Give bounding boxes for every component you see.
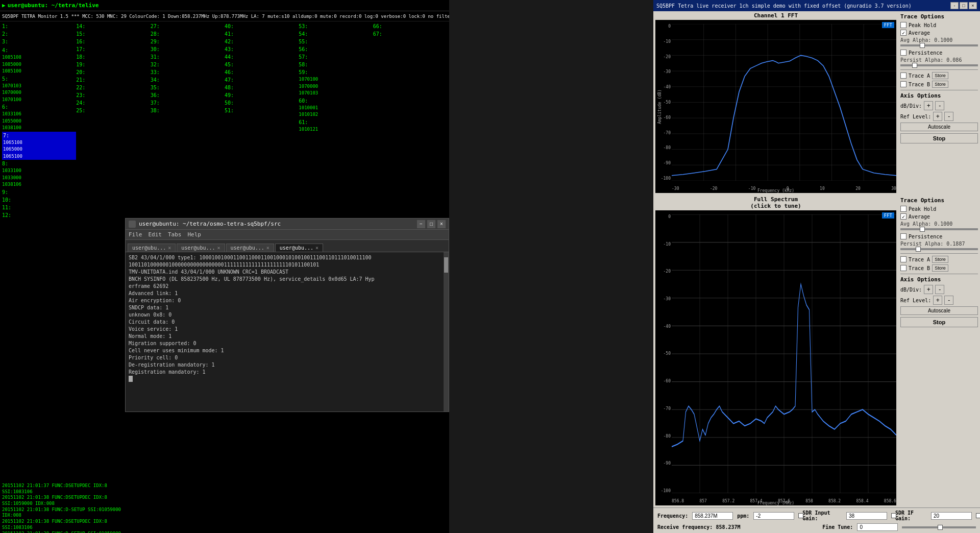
- x-label: 857.2: [722, 499, 734, 503]
- status-text: SQ5BPF TETRA Monitor 1.5 *** MCC: 530 MN…: [2, 14, 449, 19]
- trace-a-checkbox-bottom[interactable]: [900, 256, 906, 262]
- trace-b-label-top: Trace B: [909, 82, 930, 87]
- sdr-if-gain-input[interactable]: [931, 512, 972, 520]
- autoscale-button-bottom[interactable]: Autoscale: [900, 306, 978, 315]
- reflevel-plus-top[interactable]: +: [933, 112, 942, 121]
- average-checkbox-top[interactable]: [900, 30, 906, 36]
- persist-thumb-top[interactable]: [912, 63, 917, 68]
- bottom-title-line1: Full Spectrum: [754, 196, 798, 203]
- row-label: 4:: [2, 46, 76, 54]
- control-row-2: Receive frequency: 858.237M Fine Tune:: [657, 523, 976, 531]
- menu-file[interactable]: File: [129, 231, 142, 238]
- persistence-checkbox-bottom[interactable]: [900, 233, 906, 239]
- maximize-button[interactable]: □: [427, 220, 435, 228]
- row-label: 12:: [2, 211, 76, 219]
- gnuradio-title: SQ5BPF Tetra live receiver 1ch simple de…: [656, 3, 948, 9]
- tab-2[interactable]: user@ubu... ×: [177, 244, 225, 252]
- avg-alpha-thumb-top[interactable]: [920, 43, 925, 48]
- persist-slider-top[interactable]: [900, 64, 978, 66]
- store-b-button-top[interactable]: Store: [932, 81, 948, 88]
- avg-alpha-slider-top[interactable]: [900, 44, 978, 46]
- term-line-3: TMV-UNITDATA.ind 43/04/1/000 UNKNOWN CRC…: [129, 269, 446, 276]
- trace-b-checkbox-bottom[interactable]: [900, 265, 906, 271]
- bottom-spectrum-plot[interactable]: FFT 0 -10 -20 -30 -40 -50 -60 -70 -80 -9…: [655, 210, 896, 505]
- ppm-thumb[interactable]: [798, 513, 803, 518]
- tab-2-close[interactable]: ×: [217, 245, 220, 251]
- bottom-x-title: Frequency (MHz): [757, 501, 794, 505]
- gnuradio-maximize[interactable]: □: [960, 2, 968, 9]
- menu-help[interactable]: Help: [188, 231, 202, 238]
- persist-slider-bottom[interactable]: [900, 248, 978, 250]
- tab-3-close[interactable]: ×: [266, 245, 270, 251]
- tab-4-close[interactable]: ×: [315, 245, 318, 251]
- store-a-button-bottom[interactable]: Store: [932, 256, 948, 263]
- y-label: -30: [655, 69, 672, 74]
- minimize-button[interactable]: −: [417, 220, 425, 228]
- term-line-15: Priority cell: 0: [129, 354, 446, 361]
- trace-b-label-bottom: Trace B: [909, 265, 930, 271]
- terminal-panel: user@ubuntu: ~/tetra/osmo-tetra-sq5bpf/s…: [125, 218, 449, 412]
- y-label: -20: [655, 55, 672, 59]
- gnuradio-minimize[interactable]: -: [950, 2, 959, 9]
- avg-alpha-thumb-bottom[interactable]: [920, 227, 925, 232]
- reflevel-minus-bottom[interactable]: -: [944, 296, 953, 305]
- term-line-2: 1001101000000100000000000000000111111111…: [129, 261, 446, 269]
- persist-thumb-bottom[interactable]: [916, 247, 921, 252]
- fine-tune-thumb[interactable]: [938, 525, 943, 530]
- store-a-button-top[interactable]: Store: [932, 72, 948, 79]
- scroll-thumb[interactable]: [444, 257, 448, 273]
- terminal-window-buttons: − □ ×: [417, 220, 446, 228]
- dbdiv-minus-top[interactable]: -: [935, 101, 944, 110]
- store-b-button-bottom[interactable]: Store: [932, 264, 948, 272]
- row-label: 5:: [2, 75, 76, 83]
- bottom-y-axis: 0 -10 -20 -30 -40 -50 -60 -70 -80 -90 -1…: [655, 214, 672, 493]
- y-label: -70: [655, 406, 672, 411]
- avg-alpha-slider-bottom[interactable]: [900, 228, 978, 230]
- frequency-input[interactable]: [692, 512, 733, 520]
- x-label: 10: [820, 186, 825, 191]
- sdr-gain-thumb[interactable]: [891, 513, 896, 518]
- average-checkbox-bottom[interactable]: [900, 213, 906, 220]
- dbdiv-plus-top[interactable]: +: [924, 101, 933, 110]
- peak-hold-checkbox-top[interactable]: [900, 22, 906, 28]
- row-label: 7:: [2, 132, 76, 139]
- close-button[interactable]: ×: [437, 220, 446, 228]
- stop-button-bottom[interactable]: Stop: [900, 317, 978, 327]
- reflevel-plus-bottom[interactable]: +: [933, 296, 942, 305]
- grid-col-4: 40: 41: 42: 43: 44: 45: 46: 47: 48: 49: …: [225, 22, 299, 219]
- y-label: -10: [655, 39, 672, 44]
- grid-col-1: 1: 2: 3: 4: 1085108 1085000 1085100 5: 1…: [2, 22, 76, 219]
- peak-hold-checkbox-bottom[interactable]: [900, 206, 906, 212]
- top-fft-label: FFT: [882, 22, 894, 28]
- trace-a-checkbox-top[interactable]: [900, 72, 906, 79]
- fine-tune-input[interactable]: [857, 523, 898, 531]
- tab-4[interactable]: user@ubu... ×: [275, 244, 323, 252]
- gnuradio-window-buttons: - □ ×: [950, 2, 977, 9]
- row-label: 10:: [2, 196, 76, 204]
- fine-tune-slider[interactable]: [902, 526, 976, 528]
- tab-1-close[interactable]: ×: [168, 245, 171, 251]
- autoscale-button-top[interactable]: Autoscale: [900, 123, 978, 131]
- reflevel-minus-top[interactable]: -: [944, 112, 953, 121]
- trace-b-checkbox-top[interactable]: [900, 81, 906, 87]
- scrollbar[interactable]: [444, 252, 449, 411]
- tab-1[interactable]: user@ubu... ×: [128, 244, 176, 252]
- y-label: -30: [655, 297, 672, 301]
- sdr-input-gain-input[interactable]: [846, 512, 887, 520]
- persistence-checkbox-top[interactable]: [900, 50, 906, 56]
- sdr-if-thumb[interactable]: [976, 513, 980, 518]
- y-label: -100: [655, 176, 672, 181]
- tab-3[interactable]: user@ubu... ×: [226, 244, 274, 252]
- gnuradio-close[interactable]: ×: [969, 2, 977, 9]
- dbdiv-plus-bottom[interactable]: +: [924, 285, 933, 294]
- average-row-top: Average: [900, 30, 978, 36]
- row-label: 6:: [2, 103, 76, 111]
- menu-tabs[interactable]: Tabs: [168, 231, 182, 238]
- ppm-input[interactable]: [753, 512, 794, 520]
- menu-edit[interactable]: Edit: [149, 231, 162, 238]
- persistence-label-top: Persistence: [909, 50, 942, 56]
- stop-button-top[interactable]: Stop: [900, 133, 978, 143]
- dbdiv-minus-bottom[interactable]: -: [935, 285, 944, 294]
- axis-options-title-bottom: Axis Options: [900, 276, 978, 283]
- top-fft-plot[interactable]: FFT 0 -10 -20 -30 -40 -50 -60 -70 -80 -9…: [655, 20, 896, 193]
